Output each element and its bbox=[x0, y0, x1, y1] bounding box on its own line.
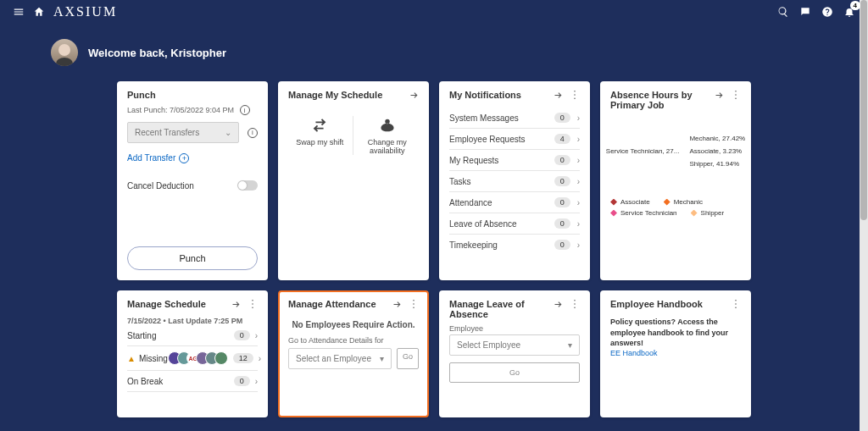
legend-item: Shipper bbox=[691, 209, 725, 217]
chevron-right-icon: › bbox=[577, 156, 580, 165]
notification-count: 0 bbox=[554, 176, 570, 186]
open-icon[interactable] bbox=[553, 299, 563, 312]
more-icon[interactable] bbox=[248, 299, 258, 312]
schedule-subtitle: 7/15/2022 • Last Update 7:25 PM bbox=[127, 317, 258, 325]
welcome-bar: Welcome back, Kristopher bbox=[0, 24, 868, 81]
open-icon[interactable] bbox=[409, 90, 419, 102]
more-icon[interactable] bbox=[731, 299, 741, 312]
help-icon[interactable] bbox=[821, 6, 833, 18]
notification-count: 0 bbox=[554, 155, 570, 165]
notification-item[interactable]: Timekeeping0› bbox=[449, 235, 580, 255]
card-title: Manage Leave of Absence bbox=[449, 299, 553, 319]
chevron-down-icon: ▾ bbox=[380, 354, 384, 363]
notification-item[interactable]: Leave of Absence0› bbox=[449, 213, 580, 235]
attendance-employee-select[interactable]: Select an Employee ▾ bbox=[288, 348, 392, 369]
leave-go-button[interactable]: Go bbox=[449, 362, 580, 383]
avatar[interactable] bbox=[51, 39, 78, 66]
card-notifications: My Notifications System Messages0›Employ… bbox=[439, 81, 590, 280]
chevron-right-icon: › bbox=[255, 331, 258, 340]
status-count: 0 bbox=[234, 330, 250, 340]
card-handbook: Employee Handbook Policy questions? Acce… bbox=[600, 290, 751, 417]
notification-item[interactable]: System Messages0› bbox=[449, 108, 580, 129]
notification-item[interactable]: Employee Requests4› bbox=[449, 129, 580, 150]
notification-item[interactable]: Attendance0› bbox=[449, 192, 580, 213]
leave-label: Employee bbox=[449, 324, 580, 333]
card-title: My Notifications bbox=[449, 90, 553, 100]
chevron-right-icon: › bbox=[577, 113, 580, 123]
notification-label: Employee Requests bbox=[449, 135, 526, 144]
card-title: Manage Schedule bbox=[127, 299, 231, 309]
change-availability-button[interactable]: Change my availability bbox=[358, 116, 417, 155]
notification-label: Leave of Absence bbox=[449, 219, 517, 229]
card-manage-my-schedule: Manage My Schedule Swap my shift Change … bbox=[278, 81, 429, 280]
cancel-deduction-toggle[interactable] bbox=[237, 180, 258, 191]
search-icon[interactable] bbox=[777, 6, 789, 18]
leave-employee-select[interactable]: Select Employee ▾ bbox=[449, 334, 580, 356]
info-icon[interactable]: i bbox=[240, 105, 250, 115]
pie-label-shipper: Shipper, 41.94% bbox=[689, 160, 745, 168]
recent-transfers-select[interactable]: Recent Transfers ⌄ bbox=[127, 122, 239, 143]
punch-button[interactable]: Punch bbox=[127, 246, 258, 270]
card-manage-attendance: Manage Attendance No Employees Require A… bbox=[278, 290, 429, 417]
notification-label: Timekeeping bbox=[449, 240, 498, 250]
status-row[interactable]: On Break0› bbox=[127, 371, 258, 392]
cancel-deduction-label: Cancel Deduction bbox=[127, 181, 194, 191]
attendance-sub: Go to Attendance Details for bbox=[288, 336, 419, 345]
dashboard-grid: Punch Last Punch: 7/05/2022 9:04 PM i Re… bbox=[0, 81, 868, 431]
open-icon[interactable] bbox=[714, 90, 724, 102]
chevron-right-icon: › bbox=[259, 354, 261, 363]
warning-icon: ▲ bbox=[127, 354, 136, 363]
notification-label: Tasks bbox=[449, 177, 471, 186]
pie-label-associate: Associate, 3.23% bbox=[689, 147, 745, 155]
menu-icon[interactable] bbox=[13, 6, 25, 18]
chevron-right-icon: › bbox=[577, 219, 580, 229]
card-title: Absence Hours by Primary Job bbox=[610, 90, 714, 110]
status-label: On Break bbox=[127, 377, 163, 386]
notification-label: System Messages bbox=[449, 113, 519, 123]
more-icon[interactable] bbox=[731, 90, 741, 102]
bell-icon[interactable]: 4 bbox=[843, 6, 855, 18]
page-scrollbar[interactable] bbox=[860, 0, 868, 431]
card-title: Manage My Schedule bbox=[288, 90, 409, 100]
notification-item[interactable]: Tasks0› bbox=[449, 171, 580, 192]
status-row[interactable]: ▲MissingAG12› bbox=[127, 346, 258, 371]
card-title: Punch bbox=[127, 90, 258, 100]
add-transfer-link[interactable]: Add Transfer + bbox=[127, 153, 189, 163]
card-title: Employee Handbook bbox=[610, 299, 731, 309]
home-icon[interactable] bbox=[33, 6, 45, 18]
open-icon[interactable] bbox=[231, 299, 241, 312]
status-label: Missing bbox=[139, 354, 168, 363]
notification-count: 0 bbox=[554, 218, 570, 229]
chat-icon[interactable] bbox=[799, 6, 811, 18]
card-manage-leave: Manage Leave of Absence Employee Select … bbox=[439, 290, 590, 417]
card-title: Manage Attendance bbox=[288, 299, 392, 309]
welcome-text: Welcome back, Kristopher bbox=[88, 47, 226, 59]
scrollbar-thumb[interactable] bbox=[860, 0, 867, 220]
handbook-link[interactable]: EE Handbook bbox=[610, 349, 741, 357]
status-row[interactable]: Starting0› bbox=[127, 325, 258, 346]
notification-count: 4 bbox=[554, 134, 570, 144]
chevron-down-icon: ▾ bbox=[568, 340, 572, 350]
avatar-stack: AG bbox=[168, 351, 228, 365]
brand-logo: AXSIUM bbox=[53, 4, 117, 19]
card-manage-schedule: Manage Schedule 7/15/2022 • Last Update … bbox=[117, 290, 268, 417]
chevron-right-icon: › bbox=[577, 198, 580, 207]
attendance-heading: No Employees Require Action. bbox=[288, 320, 419, 329]
open-icon[interactable] bbox=[553, 90, 563, 102]
notification-count: 0 bbox=[554, 197, 570, 207]
legend-item: Mechanic bbox=[664, 198, 703, 206]
chevron-right-icon: › bbox=[255, 377, 258, 386]
info-icon[interactable]: i bbox=[248, 128, 258, 138]
last-punch: Last Punch: 7/05/2022 9:04 PM i bbox=[127, 105, 258, 115]
open-icon[interactable] bbox=[392, 299, 402, 312]
legend-item: Service Technician bbox=[610, 209, 677, 217]
notification-badge: 4 bbox=[850, 1, 860, 10]
more-icon[interactable] bbox=[570, 299, 580, 312]
more-icon[interactable] bbox=[570, 90, 580, 102]
chevron-right-icon: › bbox=[577, 177, 580, 186]
notification-item[interactable]: My Requests0› bbox=[449, 150, 580, 171]
more-icon[interactable] bbox=[409, 299, 419, 312]
attendance-go-button[interactable]: Go bbox=[397, 348, 419, 369]
status-count: 12 bbox=[233, 353, 253, 363]
swap-shift-button[interactable]: Swap my shift bbox=[290, 116, 349, 155]
